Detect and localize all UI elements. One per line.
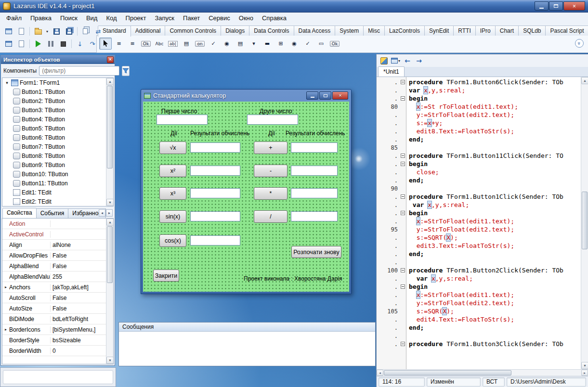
code-area[interactable]: ...80....85....90....95....100....105...… [377, 77, 588, 369]
scroll-down-icon[interactable]: ▼ [106, 357, 114, 364]
step-into-button[interactable]: ↓ [74, 39, 86, 49]
toggle-form-unit-button[interactable] [3, 39, 14, 49]
inspector-tab-События[interactable]: События [36, 208, 69, 218]
component-tedit[interactable]: ab| [167, 38, 179, 50]
palette-tab-pascal-script[interactable]: Pascal Script [545, 26, 588, 36]
fold-icon[interactable] [401, 194, 405, 199]
property-row-align[interactable]: AlignalNone [2, 240, 106, 250]
tree-item-form1[interactable]: ▾Form1: TForm1 [2, 78, 106, 87]
property-row-borderwidth[interactable]: BorderWidth0 [2, 346, 106, 356]
tree-item-button6[interactable]: Button6: TButton [2, 133, 106, 142]
component-tscrollbar[interactable]: ▬ [261, 38, 274, 50]
fold-icon[interactable] [401, 80, 405, 84]
cube-button[interactable]: x³ [159, 187, 186, 200]
component-tlistbox[interactable]: ▤ [234, 38, 247, 50]
messages-titlebar[interactable]: Сообщения [119, 322, 375, 332]
component-tcheckbox[interactable]: ✓ [207, 38, 220, 50]
tree-item-button10[interactable]: Button10: TButton [2, 169, 106, 179]
run-button[interactable] [32, 39, 44, 49]
tree-expander-icon[interactable]: ▾ [4, 80, 10, 85]
tree-item-button11[interactable]: Button11: TButton [2, 179, 106, 188]
new-unit-button[interactable] [3, 26, 14, 37]
tree-item-button5[interactable]: Button5: TButton [2, 124, 106, 133]
jump-back-button[interactable]: ← [403, 56, 412, 65]
property-row-allowdropfiles[interactable]: AllowDropFilesFalse [2, 250, 106, 261]
property-row-action[interactable]: Action [2, 219, 106, 229]
components-filter-input[interactable] [39, 66, 119, 76]
filter-icon[interactable] [122, 66, 130, 76]
add-button[interactable]: + [254, 142, 287, 154]
sin-button[interactable]: sin(x) [159, 210, 186, 223]
result-edit-right-1[interactable] [291, 142, 338, 153]
messages-body[interactable] [119, 332, 375, 366]
subtract-button[interactable]: - [254, 165, 287, 177]
result-edit-right-2[interactable] [291, 166, 338, 176]
component-tgroupbox[interactable]: ⊞ [274, 38, 287, 50]
maximize-button[interactable] [549, 1, 563, 11]
editor-windows-dropdown[interactable]: ▾ [391, 56, 401, 65]
divide-button[interactable]: / [254, 210, 287, 223]
unit-info-button[interactable] [379, 56, 389, 65]
palette-tab-system[interactable]: System [335, 26, 364, 36]
scroll-up-icon[interactable]: ▲ [106, 78, 114, 85]
scrollbar-thumb[interactable] [107, 226, 113, 283]
component-tcheckgroup[interactable]: ✓ [301, 38, 314, 50]
menu-item-2[interactable]: Поиск [56, 13, 82, 24]
fold-icon[interactable] [401, 284, 405, 289]
multiply-button[interactable]: * [254, 187, 287, 200]
palette-tab-chart[interactable]: Chart [495, 26, 519, 36]
form-maximize-button[interactable] [319, 91, 331, 100]
palette-tab-synedit[interactable]: SynEdit [424, 26, 454, 36]
tab-scroll-left-button[interactable]: ◂ [99, 209, 105, 217]
menu-item-5[interactable]: Проект [121, 13, 151, 24]
fold-icon[interactable] [401, 96, 405, 101]
result-edit-left-4[interactable] [190, 211, 240, 221]
titlebar[interactable]: Lazarus IDE v1.4.4 - project1 × [0, 0, 588, 13]
menu-item-1[interactable]: Правка [26, 13, 56, 24]
component-cursor-tool[interactable] [99, 38, 112, 50]
scroll-down-icon[interactable]: ▼ [581, 362, 588, 369]
tree-scrollbar[interactable]: ▲ ▼ [106, 78, 113, 206]
view-units-button[interactable] [15, 39, 27, 49]
tree-item-button9[interactable]: Button9: TButton [2, 160, 106, 169]
menu-item-9[interactable]: Окно [235, 13, 258, 24]
restart-button[interactable]: Розпочати знову [291, 246, 341, 258]
minimize-button[interactable] [535, 1, 549, 11]
component-tlabel[interactable]: Abc [153, 38, 166, 50]
stop-button[interactable] [57, 39, 69, 49]
copy-button[interactable] [80, 26, 91, 37]
scroll-down-icon[interactable]: ▼ [106, 199, 114, 206]
step-over-button[interactable]: ↷ [87, 39, 98, 49]
tree-item-edit2[interactable]: Edit2: TEdit [2, 197, 106, 206]
property-row-alphablendvalu[interactable]: AlphaBlendValu255 [2, 271, 106, 282]
code-text[interactable]: procedure TForm1.Button6Click(Sender: TO… [406, 77, 588, 369]
scrollbar-thumb[interactable] [107, 86, 113, 168]
palette-tab-additional[interactable]: Additional [131, 26, 166, 36]
form-close-button[interactable]: × [332, 91, 348, 100]
component-tmainmenu[interactable]: ≡ [113, 38, 125, 50]
menu-item-7[interactable]: Пакет [179, 13, 204, 24]
jump-forward-button[interactable]: → [414, 56, 424, 65]
menu-item-4[interactable]: Код [102, 13, 121, 24]
tree-item-button4[interactable]: Button4: TButton [2, 115, 106, 124]
palette-tab-data-controls[interactable]: Data Controls [249, 26, 294, 36]
palette-overflow-button[interactable]: » [575, 39, 584, 48]
save-button[interactable] [51, 26, 62, 37]
expand-icon[interactable]: ▸ [2, 285, 9, 289]
first-number-edit[interactable] [157, 115, 208, 125]
form-close-calc-button[interactable]: Закрити [153, 270, 179, 282]
new-form-button[interactable] [15, 26, 27, 37]
menu-item-10[interactable]: Справка [258, 13, 291, 24]
component-tmemo[interactable]: ▤ [180, 38, 193, 50]
form-canvas[interactable]: Перше число Друге число Дії Результати о… [143, 102, 349, 292]
scroll-left-icon[interactable]: ◂ [377, 370, 383, 376]
palette-tab-data-access[interactable]: Data Access [294, 26, 336, 36]
fold-icon[interactable] [401, 154, 405, 158]
tree-item-button2[interactable]: Button2: TButton [2, 96, 106, 105]
tab-scroll-right-button[interactable]: ▸ [106, 209, 113, 217]
scroll-up-icon[interactable]: ▲ [581, 77, 588, 84]
tree-item-button8[interactable]: Button8: TButton [2, 151, 106, 160]
property-row-alphablend[interactable]: AlphaBlendFalse [2, 261, 106, 271]
result-edit-left-5[interactable] [190, 235, 240, 245]
tree-item-button1[interactable]: Button1: TButton [2, 87, 106, 96]
